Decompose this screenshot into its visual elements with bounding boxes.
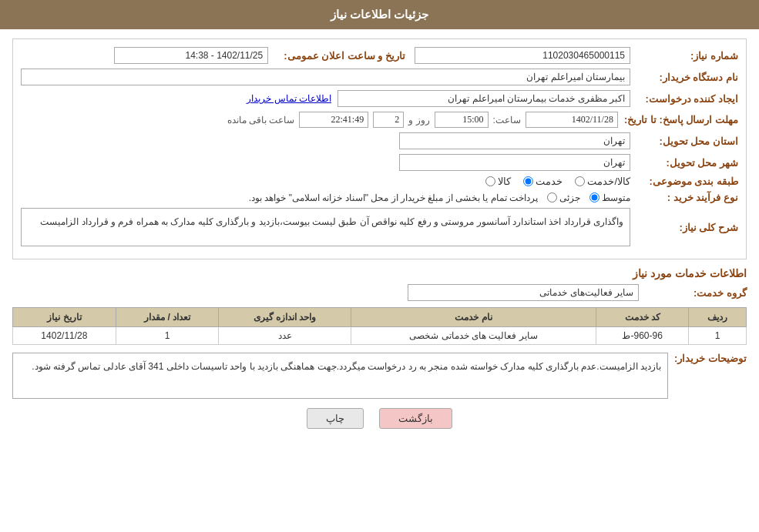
table-header-row: ردیف کد خدمت نام خدمت واحد اندازه گیری ت… (13, 308, 747, 327)
category-row: طبقه بندی موضوعی: کالا/خدمت خدمت کالا (21, 176, 738, 187)
service-group-label: گروه خدمت: (639, 287, 747, 299)
process-option-motavaset[interactable]: متوسط (589, 192, 630, 203)
services-table: ردیف کد خدمت نام خدمت واحد اندازه گیری ت… (12, 307, 747, 345)
deadline-time: 15:00 (435, 112, 489, 128)
category-option-kala-khadamat[interactable]: کالا/خدمت (575, 176, 630, 187)
date-label: تاریخ و ساعت اعلان عمومی: (277, 50, 405, 62)
category-option-kala-label: کالا (498, 176, 511, 187)
cell-row: 1 (689, 327, 747, 345)
date-value: 1402/11/25 - 14:38 (114, 47, 268, 64)
province-label: استان محل تحویل: (630, 136, 738, 147)
col-unit: واحد اندازه گیری (219, 308, 351, 327)
services-info-title: اطلاعات خدمات مورد نیاز (12, 267, 747, 279)
page-header: جزئیات اطلاعات نیاز (0, 0, 759, 29)
category-label: طبقه بندی موضوعی: (630, 176, 738, 187)
province-row: استان محل تحویل: تهران (21, 132, 738, 149)
deadline-remaining-label: ساعت باقی مانده (227, 115, 295, 125)
deadline-row: مهلت ارسال پاسخ: تا تاریخ: 1402/11/28 سا… (21, 112, 738, 128)
cell-date: 1402/11/28 (13, 327, 116, 345)
need-number-label: شماره نیاز: (630, 50, 738, 62)
contact-link[interactable]: اطلاعات تماس خریدار (247, 93, 331, 104)
service-group-value: سایر فعالیت‌های خدماتی (408, 284, 639, 301)
category-radio-group: کالا/خدمت خدمت کالا (21, 176, 630, 187)
main-content: شماره نیاز: 1102030465000115 تاریخ و ساع… (0, 29, 759, 447)
category-option-khadamat[interactable]: خدمت (523, 176, 563, 187)
process-option-jozii[interactable]: جزئی (547, 192, 580, 203)
category-option-kala-khadamat-label: کالا/خدمت (587, 176, 630, 187)
col-code: کد خدمت (596, 308, 688, 327)
process-option-jozii-label: جزئی (559, 192, 580, 203)
back-button[interactable]: بازگشت (379, 408, 452, 429)
province-value: تهران (399, 132, 630, 149)
table-row: 1960-96-طسایر فعالیت های خدماتی شخصیعدد1… (13, 327, 747, 345)
form-section: شماره نیاز: 1102030465000115 تاریخ و ساع… (12, 38, 747, 259)
cell-code: 960-96-ط (596, 327, 688, 345)
process-note: پرداخت تمام یا بخشی از مبلغ خریدار از مح… (21, 192, 538, 203)
col-row: ردیف (689, 308, 747, 327)
cell-unit: عدد (219, 327, 351, 345)
cell-name: سایر فعالیت های خدماتی شخصی (351, 327, 596, 345)
need-number-value: 1102030465000115 (415, 47, 630, 64)
buttons-row: بازگشت چاپ (12, 408, 747, 438)
deadline-details: 1402/11/28 ساعت: 15:00 روز و 2 22:41:49 … (21, 112, 618, 128)
col-count: تعداد / مقدار (116, 308, 219, 327)
service-group-row: گروه خدمت: سایر فعالیت‌های خدماتی (12, 284, 747, 301)
page-title: جزئیات اطلاعات نیاز (331, 8, 428, 21)
print-button[interactable]: چاپ (307, 408, 364, 429)
process-option-motavaset-label: متوسط (602, 192, 630, 203)
buyer-org-label: نام دستگاه خریدار: (630, 72, 738, 83)
deadline-days: 2 (373, 112, 404, 128)
deadline-time-label: ساعت: (493, 115, 521, 125)
need-desc-row: شرح کلی نیاز: واگذاری قرارداد اخذ استاند… (21, 208, 738, 246)
cell-count: 1 (116, 327, 219, 345)
col-name: نام خدمت (351, 308, 596, 327)
creator-value: اکبر مظفری خدمات بیمارستان امیراعلم تهرا… (338, 90, 630, 107)
city-row: شهر محل تحویل: تهران (21, 154, 738, 171)
creator-row: ایجاد کننده درخواست: اکبر مظفری خدمات بی… (21, 90, 738, 107)
services-table-section: ردیف کد خدمت نام خدمت واحد اندازه گیری ت… (12, 307, 747, 345)
col-date: تاریخ نیاز (13, 308, 116, 327)
process-label: نوع فرآیند خرید : (630, 192, 738, 203)
buyer-notes-row: توضیحات خریدار: بازدید الزامیست.عدم بارگ… (12, 350, 747, 399)
creator-label: ایجاد کننده درخواست: (630, 93, 738, 105)
buyer-notes-value: بازدید الزامیست.عدم بارگذاری کلیه مدارک … (12, 353, 668, 399)
buyer-notes-label: توضیحات خریدار: (668, 350, 747, 364)
buyer-org-value: بیمارستان امیراعلم تهران (21, 69, 630, 85)
category-option-kala[interactable]: کالا (485, 176, 511, 187)
process-row: نوع فرآیند خرید : متوسط جزئی پرداخت تمام… (21, 192, 738, 203)
city-label: شهر محل تحویل: (630, 157, 738, 169)
buyer-org-row: نام دستگاه خریدار: بیمارستان امیراعلم ته… (21, 69, 738, 85)
need-number-row: شماره نیاز: 1102030465000115 تاریخ و ساع… (21, 47, 738, 64)
city-value: تهران (399, 154, 630, 171)
category-option-khadamat-label: خدمت (536, 176, 563, 187)
page-container: جزئیات اطلاعات نیاز شماره نیاز: 11020304… (0, 0, 759, 532)
need-desc-label: شرح کلی نیاز: (630, 222, 738, 233)
deadline-date: 1402/11/28 (526, 112, 618, 128)
deadline-label: مهلت ارسال پاسخ: تا تاریخ: (618, 114, 738, 125)
deadline-remaining: 22:41:49 (299, 112, 368, 128)
need-desc-value: واگذاری قرارداد اخذ استاندارد آسانسور مر… (21, 208, 630, 246)
deadline-days-label: روز و (408, 115, 429, 125)
process-options-row: متوسط جزئی پرداخت تمام یا بخشی از مبلغ خ… (21, 192, 630, 203)
